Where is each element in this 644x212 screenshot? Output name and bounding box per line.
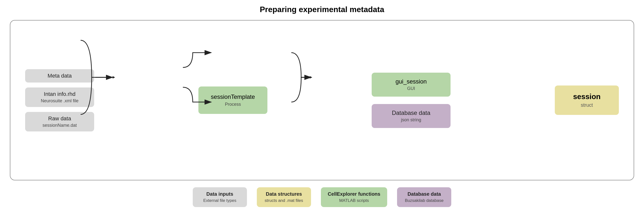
output-title: session: [565, 92, 609, 101]
legend-database: Database data Buzsakilab database: [397, 187, 451, 207]
legend-data-inputs-sub: External file types: [200, 198, 240, 203]
output-subtitle: struct: [565, 102, 609, 108]
database-box: Database data json string: [372, 104, 450, 128]
svg-marker-2: [113, 76, 115, 79]
legend-cellexplorer: CellExplorer functions MATLAB scripts: [321, 187, 387, 207]
raw-data-box: Raw data sessionName.dat: [25, 112, 94, 132]
legend-cellexplorer-sub: MATLAB scripts: [328, 198, 380, 203]
legend: Data inputs External file types Data str…: [10, 187, 634, 207]
legend-data-structures: Data structures structs and .mat files: [257, 187, 311, 207]
raw-data-title: Raw data: [30, 115, 89, 122]
legend-data-structures-sub: structs and .mat files: [264, 198, 304, 203]
process-title: sessionTemplate: [208, 93, 258, 100]
legend-database-title: Database data: [404, 191, 444, 197]
main-diagram: Meta data Intan info.rhd Neurosuite .xml…: [10, 20, 634, 180]
raw-data-subtitle: sessionName.dat: [30, 123, 89, 128]
inputs-column: Meta data Intan info.rhd Neurosuite .xml…: [25, 69, 94, 132]
gui-subtitle: GUI: [379, 86, 443, 91]
database-title: Database data: [379, 110, 443, 116]
meta-data-box: Meta data: [25, 69, 94, 82]
legend-cellexplorer-title: CellExplorer functions: [328, 191, 380, 197]
svg-marker-3: [310, 76, 312, 79]
legend-data-inputs: Data inputs External file types: [193, 187, 247, 207]
middle-column: gui_session GUI Database data json strin…: [372, 73, 450, 128]
intan-title: Intan info.rhd: [30, 91, 89, 97]
arrows-svg: [10, 21, 634, 180]
page-title: Preparing experimental metadata: [260, 5, 384, 14]
legend-data-inputs-title: Data inputs: [200, 191, 240, 197]
process-box: sessionTemplate Process: [198, 86, 268, 114]
legend-data-structures-title: Data structures: [264, 191, 304, 197]
output-box: session struct: [555, 85, 619, 115]
intan-box: Intan info.rhd Neurosuite .xml file: [25, 87, 94, 107]
gui-box: gui_session GUI: [372, 73, 450, 97]
database-subtitle: json string: [379, 117, 443, 123]
process-subtitle: Process: [208, 102, 258, 107]
meta-data-title: Meta data: [30, 73, 89, 79]
legend-database-sub: Buzsakilab database: [404, 198, 444, 203]
gui-title: gui_session: [379, 78, 443, 85]
intan-subtitle: Neurosuite .xml file: [30, 98, 89, 103]
